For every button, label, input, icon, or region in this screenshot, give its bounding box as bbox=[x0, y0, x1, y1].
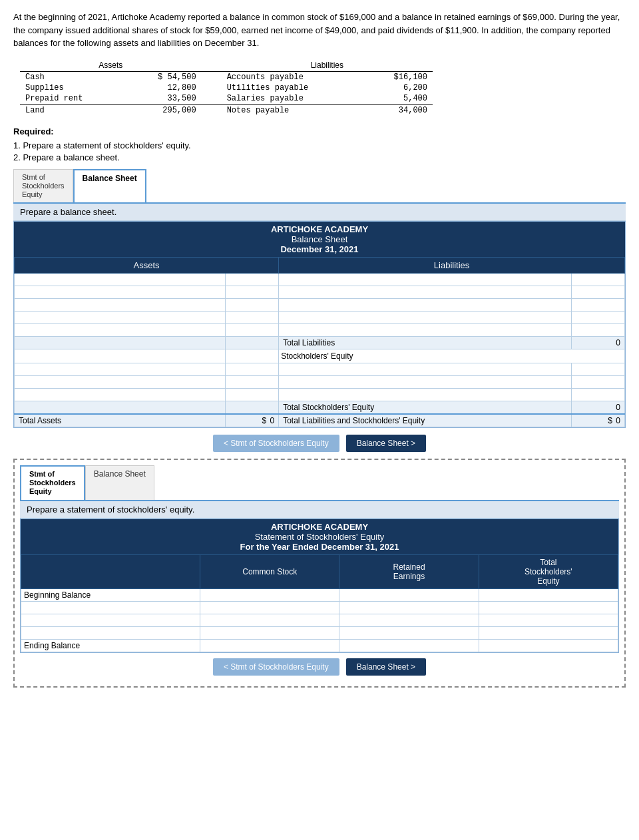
bs-liability-input-1[interactable] bbox=[283, 275, 567, 284]
se-row2-re-input[interactable] bbox=[342, 603, 475, 612]
se-row2-total[interactable] bbox=[479, 601, 618, 614]
bs-liability-row1-amount[interactable] bbox=[572, 274, 625, 286]
se-ending-re-input[interactable] bbox=[342, 641, 475, 650]
se-beginning-total-input[interactable] bbox=[482, 590, 615, 600]
bs-liability-amount-2[interactable] bbox=[576, 288, 620, 297]
bs-asset-se-row2[interactable] bbox=[15, 376, 226, 389]
se-row2-label-input[interactable] bbox=[24, 603, 197, 612]
bs-asset-row5-amount[interactable] bbox=[226, 324, 279, 337]
bs-asset-amount-4[interactable] bbox=[230, 313, 274, 322]
se-row4-total-input[interactable] bbox=[482, 628, 615, 638]
bs-liability-row5-name[interactable] bbox=[279, 324, 572, 337]
bs-asset-se-amt-3[interactable] bbox=[230, 390, 274, 399]
bs-liability-row4-amount[interactable] bbox=[572, 312, 625, 324]
se-row3-label[interactable] bbox=[21, 614, 200, 626]
bs-se-row1-name[interactable] bbox=[279, 363, 572, 376]
se-beginning-re-input[interactable] bbox=[342, 590, 475, 600]
bs-asset-se-input-1[interactable] bbox=[19, 365, 221, 374]
bs-se-input-3[interactable] bbox=[283, 390, 567, 399]
bs-asset-se-row3[interactable] bbox=[15, 389, 226, 401]
se-row2-re[interactable] bbox=[339, 601, 479, 614]
bs-asset-input-5[interactable] bbox=[19, 325, 221, 335]
bs-asset-se-amount-3[interactable] bbox=[226, 389, 279, 401]
bs-se-input-1[interactable] bbox=[283, 365, 567, 374]
bs-liability-amount-4[interactable] bbox=[576, 313, 620, 322]
bs-liability-amount-1[interactable] bbox=[576, 275, 620, 284]
bs-liability-input-2[interactable] bbox=[283, 288, 567, 297]
bs-liability-amount-5[interactable] bbox=[576, 325, 620, 335]
se-beginning-cs-input[interactable] bbox=[203, 590, 336, 600]
se-row3-re-input[interactable] bbox=[342, 616, 475, 625]
bs-asset-input-3[interactable] bbox=[19, 300, 221, 310]
se-row4-cs[interactable] bbox=[200, 626, 339, 639]
bs-asset-row1-name[interactable] bbox=[15, 274, 226, 286]
se-row4-label[interactable] bbox=[21, 626, 200, 639]
bs-asset-row4-amount[interactable] bbox=[226, 312, 279, 324]
bs-asset-input-4[interactable] bbox=[19, 313, 221, 322]
se-prev-button[interactable]: < Stmt of Stockholders Equity bbox=[213, 658, 339, 676]
bs-se-amount-3[interactable] bbox=[576, 390, 620, 399]
se-beginning-cs[interactable] bbox=[200, 588, 339, 601]
bs-asset-input-1[interactable] bbox=[19, 275, 221, 284]
se-ending-cs-input[interactable] bbox=[203, 641, 336, 650]
bs-asset-row3-amount[interactable] bbox=[226, 299, 279, 312]
se-row2-cs[interactable] bbox=[200, 601, 339, 614]
se-row4-re[interactable] bbox=[339, 626, 479, 639]
se-row3-re[interactable] bbox=[339, 614, 479, 626]
bs-asset-amount-1[interactable] bbox=[230, 275, 274, 284]
bs-prev-button[interactable]: < Stmt of Stockholders Equity bbox=[213, 435, 339, 452]
se-tab-balance-sheet[interactable]: Balance Sheet bbox=[85, 465, 154, 500]
se-row3-total-input[interactable] bbox=[482, 616, 615, 625]
bs-asset-row4-name[interactable] bbox=[15, 312, 226, 324]
bs-liability-row3-amount[interactable] bbox=[572, 299, 625, 312]
bs-se-row1-amount[interactable] bbox=[572, 363, 625, 376]
bs-liability-amount-3[interactable] bbox=[576, 300, 620, 310]
bs-asset-se-row1[interactable] bbox=[15, 363, 226, 376]
bs-asset-se-amt-1[interactable] bbox=[230, 365, 274, 374]
bs-se-row3-amount[interactable] bbox=[572, 389, 625, 401]
bs-asset-input-2[interactable] bbox=[19, 288, 221, 297]
se-row4-re-input[interactable] bbox=[342, 628, 475, 638]
bs-liability-row1-name[interactable] bbox=[279, 274, 572, 286]
se-row4-cs-input[interactable] bbox=[203, 628, 336, 638]
bs-se-input-2[interactable] bbox=[283, 377, 567, 387]
se-tab-stockholders-equity[interactable]: Stmt of Stockholders Equity bbox=[20, 465, 85, 500]
bs-liability-row2-amount[interactable] bbox=[572, 286, 625, 299]
se-ending-total[interactable] bbox=[479, 639, 618, 652]
tab-stockholders-equity[interactable]: Stmt of Stockholders Equity bbox=[13, 169, 73, 203]
se-ending-cs[interactable] bbox=[200, 639, 339, 652]
se-beginning-re[interactable] bbox=[339, 588, 479, 601]
bs-se-amount-2[interactable] bbox=[576, 377, 620, 387]
bs-asset-se-input-3[interactable] bbox=[19, 390, 221, 399]
bs-liability-input-3[interactable] bbox=[283, 300, 567, 310]
bs-se-amount-1[interactable] bbox=[576, 365, 620, 374]
bs-asset-se-amt-2[interactable] bbox=[230, 377, 274, 387]
bs-asset-se-amount-1[interactable] bbox=[226, 363, 279, 376]
se-row3-cs-input[interactable] bbox=[203, 616, 336, 625]
bs-liability-row5-amount[interactable] bbox=[572, 324, 625, 337]
se-row2-label[interactable] bbox=[21, 601, 200, 614]
se-ending-total-input[interactable] bbox=[482, 641, 615, 650]
se-row3-total[interactable] bbox=[479, 614, 618, 626]
se-row4-label-input[interactable] bbox=[24, 628, 197, 638]
se-ending-re[interactable] bbox=[339, 639, 479, 652]
bs-se-row2-amount[interactable] bbox=[572, 376, 625, 389]
se-next-button[interactable]: Balance Sheet > bbox=[346, 658, 426, 676]
bs-asset-row3-name[interactable] bbox=[15, 299, 226, 312]
se-row4-total[interactable] bbox=[479, 626, 618, 639]
se-row2-cs-input[interactable] bbox=[203, 603, 336, 612]
bs-asset-se-amount-2[interactable] bbox=[226, 376, 279, 389]
tab-balance-sheet[interactable]: Balance Sheet bbox=[73, 169, 146, 203]
bs-asset-se-input-2[interactable] bbox=[19, 377, 221, 387]
bs-liability-row2-name[interactable] bbox=[279, 286, 572, 299]
se-beginning-total[interactable] bbox=[479, 588, 618, 601]
bs-asset-amount-5[interactable] bbox=[230, 325, 274, 335]
bs-liability-row4-name[interactable] bbox=[279, 312, 572, 324]
bs-asset-amount-2[interactable] bbox=[230, 288, 274, 297]
bs-next-button[interactable]: Balance Sheet > bbox=[346, 435, 426, 452]
bs-se-row3-name[interactable] bbox=[279, 389, 572, 401]
se-row3-label-input[interactable] bbox=[24, 616, 197, 625]
bs-liability-input-5[interactable] bbox=[283, 325, 567, 335]
se-row2-total-input[interactable] bbox=[482, 603, 615, 612]
bs-asset-row1-amount[interactable] bbox=[226, 274, 279, 286]
